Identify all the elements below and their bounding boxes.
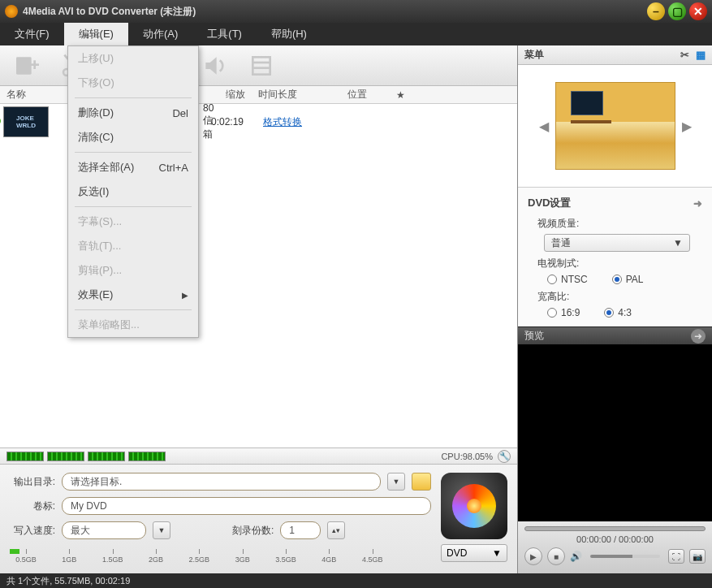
volume-input[interactable]: My DVD [62, 497, 431, 515]
menu-header: 菜单 ✂ ▦ [518, 45, 712, 65]
svg-rect-8 [252, 57, 270, 74]
tv-standard-option[interactable]: PAL [612, 274, 644, 285]
write-speed-dropdown[interactable]: ▼ [153, 521, 170, 539]
ruler-label: 3GB [235, 556, 250, 564]
ruler-label: 4.5GB [362, 556, 383, 564]
copies-input[interactable]: 1 [280, 521, 321, 539]
file-thumbnail: JOKEWRLD [3, 106, 49, 137]
output-dir-label: 输出目录: [10, 475, 55, 489]
right-pane: 菜单 ✂ ▦ ◀ ▶ DVD设置➜ 视频质量: 普通▼ 电视制式: NTSCPA… [517, 45, 712, 573]
minimize-button[interactable]: – [647, 2, 665, 20]
ruler-label: 0.5GB [15, 556, 37, 564]
next-template-button[interactable]: ▶ [680, 116, 693, 136]
preview-expand-button[interactable]: ➜ [691, 329, 706, 344]
copies-stepper[interactable]: ▴▾ [327, 521, 345, 539]
preview-area [518, 344, 712, 521]
col-zoom[interactable]: 缩放 [219, 88, 252, 102]
titlebar: 4Media AVI to DVD Converter (未注册) – ▢ ✕ [0, 0, 712, 23]
aspect-ratio-option[interactable]: 4:3 [604, 307, 632, 318]
menu-1[interactable]: 编辑(E) [64, 23, 128, 45]
menu-0[interactable]: 文件(F) [0, 23, 64, 45]
col-position[interactable]: 位置 [341, 88, 390, 102]
ruler-label: 2.5GB [189, 556, 210, 564]
time-display: 00:00:00 / 00:00:00 [524, 534, 706, 544]
disc-size-ruler: 0.5GB1GB1.5GB2GB2.5GB3GB3.5GB4GB4.5GB [10, 549, 431, 569]
quality-select[interactable]: 普通▼ [544, 234, 690, 252]
prev-template-button[interactable]: ◀ [537, 116, 550, 136]
menu-item[interactable]: 选择全部(A)Ctrl+A [68, 155, 198, 179]
menubar: 文件(F)编辑(E)动作(A)工具(T)帮助(H) [0, 23, 712, 45]
aspect-ratio-option[interactable]: 16:9 [547, 307, 580, 318]
quality-label: 视频质量: [537, 217, 702, 231]
preview-controls: 00:00:00 / 00:00:00 ▶ ■ 🔊 ⛶ 📷 [518, 521, 712, 573]
seek-bar[interactable] [524, 526, 706, 531]
menu-item: 字幕(S)... [68, 210, 198, 234]
tools-icon[interactable]: ✂ [680, 49, 689, 61]
menu-2[interactable]: 动作(A) [128, 23, 192, 45]
menu-item: 上移(U) [68, 46, 198, 71]
tv-standard-option[interactable]: NTSC [547, 274, 588, 285]
burn-button[interactable] [441, 473, 507, 539]
menu-item[interactable]: 删除(D)Del [68, 101, 198, 125]
menu-item: 音轨(T)... [68, 234, 198, 258]
write-speed-label: 写入速度: [10, 524, 55, 538]
output-dir-input[interactable]: 请选择目标. [62, 473, 381, 491]
ruler-label: 3.5GB [275, 556, 296, 564]
expand-settings-icon[interactable]: ➜ [693, 197, 702, 210]
menu-template-thumb[interactable] [555, 82, 675, 170]
cpu-bar: CPU:98.05% 🔧 [0, 447, 517, 464]
dvd-settings: DVD设置➜ 视频质量: 普通▼ 电视制式: NTSCPAL 宽高比: 16:9… [518, 187, 712, 326]
output-panel: 输出目录: 请选择目标. ▼ 卷标: My DVD 写入速度: 最大 ▼ 刻录份… [0, 464, 517, 573]
output-dir-dropdown[interactable]: ▼ [387, 473, 405, 491]
settings-icon[interactable]: 🔧 [498, 450, 511, 463]
snapshot-button[interactable]: 📷 [689, 549, 706, 564]
volume-label: 卷标: [10, 499, 55, 513]
disc-type-select[interactable]: DVD▼ [441, 544, 507, 562]
fullscreen-button[interactable]: ⛶ [668, 549, 684, 564]
ruler-label: 2GB [149, 556, 163, 564]
menu-item: 菜单缩略图... [68, 313, 198, 337]
ruler-label: 4GB [321, 556, 336, 564]
add-file-icon[interactable] [11, 51, 41, 80]
cpu-text: CPU:98.05% [441, 452, 493, 461]
menu-item[interactable]: 清除(C) [68, 125, 198, 149]
svg-rect-2 [33, 60, 36, 69]
play-button[interactable]: ▶ [524, 547, 542, 565]
browse-folder-button[interactable] [412, 473, 431, 491]
volume-icon[interactable]: 🔊 [570, 551, 582, 562]
ruler-label: 1GB [62, 556, 76, 564]
app-icon [5, 5, 18, 18]
menu-3[interactable]: 工具(T) [192, 23, 257, 45]
volume-slider[interactable] [590, 555, 660, 558]
audio-icon[interactable] [200, 51, 229, 80]
window-title: 4Media AVI to DVD Converter (未注册) [23, 5, 647, 19]
copies-label: 刻录份数: [232, 524, 274, 538]
tv-standard-label: 电视制式: [537, 257, 702, 270]
cpu-blocks [6, 452, 166, 461]
menu-item: 剪辑(P)... [68, 258, 198, 283]
menu-item: 下移(O) [68, 71, 198, 95]
close-button[interactable]: ✕ [689, 2, 707, 20]
chapter-icon[interactable] [247, 51, 276, 80]
file-duration: 0:02:19 [203, 116, 252, 128]
menu-4[interactable]: 帮助(H) [257, 23, 321, 45]
stop-button[interactable]: ■ [547, 547, 565, 565]
status-text: 共 1个文件, 55.75MB, 00:02:19 [6, 575, 130, 587]
grid-icon[interactable]: ▦ [696, 49, 706, 61]
svg-rect-0 [16, 57, 32, 74]
col-star[interactable]: ★ [390, 89, 414, 101]
edit-menu-dropdown: 上移(U)下移(O)删除(D)Del清除(C)选择全部(A)Ctrl+A反选(I… [67, 45, 199, 338]
col-duration[interactable]: 时间长度 [252, 88, 309, 102]
maximize-button[interactable]: ▢ [668, 2, 686, 20]
menu-item[interactable]: 效果(E)▶ [68, 283, 198, 307]
file-convert-link[interactable]: 格式转换 [252, 115, 302, 129]
ruler-label: 1.5GB [102, 556, 123, 564]
write-speed-input[interactable]: 最大 [62, 521, 146, 539]
menu-item[interactable]: 反选(I) [68, 179, 198, 204]
aspect-label: 宽高比: [537, 290, 702, 304]
statusbar: 共 1个文件, 55.75MB, 00:02:19 [0, 573, 712, 588]
menu-template-preview: ◀ ▶ [518, 65, 712, 187]
preview-header: 预览 ➜ [518, 326, 712, 344]
